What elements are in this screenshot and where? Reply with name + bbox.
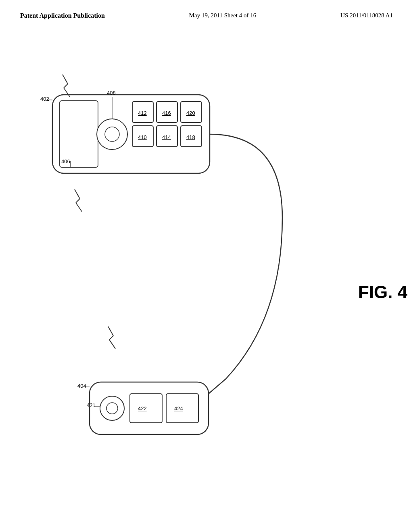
svg-line-15 (75, 189, 80, 199)
cell-424 (166, 394, 198, 423)
cell-410 (132, 126, 153, 147)
svg-text:404: 404 (77, 383, 86, 389)
svg-line-12 (63, 75, 68, 84)
cell-422 (130, 394, 162, 423)
svg-text:424: 424 (174, 405, 183, 411)
cell-416 (156, 102, 177, 123)
svg-line-18 (108, 326, 113, 336)
device-top-body (52, 95, 210, 173)
device-bottom-body (90, 382, 209, 434)
publication-date-sheet: May 19, 2011 Sheet 4 of 16 (189, 12, 257, 19)
svg-text:412: 412 (138, 110, 147, 116)
cell-412 (132, 102, 153, 123)
circle-421 (100, 396, 124, 420)
svg-text:408: 408 (107, 90, 116, 96)
cell-418 (181, 126, 202, 147)
cell-414 (156, 126, 177, 147)
svg-text:420: 420 (186, 110, 195, 116)
panel-406 (60, 101, 98, 167)
diagram-area: 412 416 420 410 414 418 406 408 402 (0, 56, 413, 500)
svg-line-14 (64, 88, 70, 97)
circle-408-inner (105, 127, 119, 141)
svg-line-20 (109, 340, 115, 349)
svg-text:421: 421 (87, 402, 96, 408)
svg-text:422: 422 (138, 405, 147, 411)
svg-text:402: 402 (40, 96, 49, 102)
svg-text:416: 416 (162, 110, 171, 116)
publication-type: Patent Application Publication (20, 12, 105, 19)
cell-420 (181, 102, 202, 123)
svg-text:FIG. 4: FIG. 4 (358, 282, 408, 302)
svg-line-16 (76, 199, 80, 203)
svg-text:410: 410 (138, 134, 147, 140)
circle-421-inner (106, 403, 118, 414)
svg-text:418: 418 (186, 134, 195, 140)
svg-line-13 (64, 84, 68, 88)
svg-line-19 (109, 336, 113, 340)
page-header: Patent Application Publication May 19, 2… (0, 0, 413, 19)
circle-408 (97, 119, 127, 150)
publication-number: US 2011/0118028 A1 (340, 12, 393, 19)
svg-text:406: 406 (61, 158, 70, 164)
svg-text:414: 414 (162, 134, 171, 140)
svg-line-17 (76, 203, 82, 212)
